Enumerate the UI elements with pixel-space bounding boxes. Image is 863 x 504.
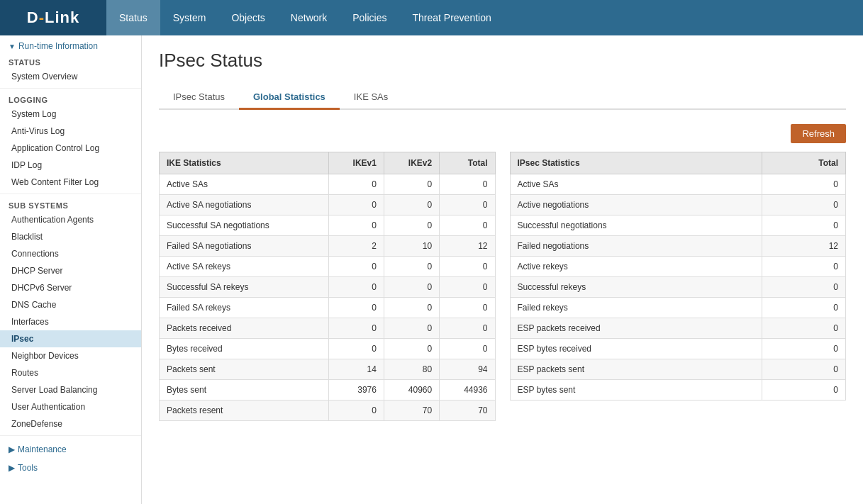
- ike-row-label: Active SA negotiations: [160, 195, 329, 215]
- ike-row-ikev2: 0: [384, 195, 439, 215]
- ike-row-ikev1: 0: [328, 318, 384, 339]
- ike-row-ikev1: 0: [328, 174, 384, 195]
- ipsec-row-label: Failed negotiations: [510, 236, 762, 257]
- ike-row-ikev2: 0: [384, 339, 439, 359]
- ike-row-ikev2: 0: [384, 298, 439, 318]
- ipsec-statistics-table-container: IPsec Statistics Total Active SAs 0 Acti…: [510, 152, 847, 421]
- tab-ike-sas[interactable]: IKE SAs: [340, 86, 402, 110]
- ipsec-row-label: ESP packets sent: [510, 359, 762, 380]
- table-row: Successful rekeys 0: [510, 277, 846, 298]
- ipsec-row-label: ESP packets received: [510, 318, 762, 339]
- table-row: Failed SA rekeys 0 0 0: [160, 298, 496, 318]
- sidebar-tools-section[interactable]: ▶ Tools: [0, 457, 141, 476]
- ike-row-ikev1: 14: [328, 359, 384, 380]
- sidebar-runtime-section[interactable]: ▼ Run-time Information: [0, 35, 141, 54]
- sidebar-item-user-authentication[interactable]: User Authentication: [0, 398, 141, 415]
- ike-row-total: 12: [440, 236, 495, 257]
- ike-col-header-ikev1: IKEv1: [328, 152, 384, 174]
- sidebar-item-system-log[interactable]: System Log: [0, 106, 141, 123]
- ike-statistics-table-container: IKE Statistics IKEv1 IKEv2 Total Active …: [159, 152, 496, 421]
- table-row: Active SA negotiations 0 0 0: [160, 195, 496, 215]
- ike-row-ikev2: 0: [384, 215, 439, 236]
- ike-row-label: Successful SA rekeys: [160, 277, 329, 298]
- ike-row-ikev2: 0: [384, 257, 439, 277]
- ike-statistics-table: IKE Statistics IKEv1 IKEv2 Total Active …: [159, 152, 496, 421]
- table-row: ESP bytes received 0: [510, 339, 846, 359]
- sidebar-item-interfaces[interactable]: Interfaces: [0, 313, 141, 330]
- chevron-right-icon: ▶: [9, 444, 15, 454]
- sidebar-item-dhcp-server[interactable]: DHCP Server: [0, 262, 141, 279]
- tab-global-statistics[interactable]: Global Statistics: [239, 86, 340, 110]
- page-title: IPsec Status: [159, 50, 846, 72]
- sidebar-maintenance-section[interactable]: ▶ Maintenance: [0, 439, 141, 457]
- main-content: IPsec Status IPsec Status Global Statist…: [142, 35, 863, 504]
- ike-row-ikev2: 10: [384, 236, 439, 257]
- ike-col-header-ikev2: IKEv2: [384, 152, 439, 174]
- sidebar-item-app-control-log[interactable]: Application Control Log: [0, 140, 141, 157]
- sidebar-item-antivirus-log[interactable]: Anti-Virus Log: [0, 123, 141, 140]
- sidebar-item-neighbor-devices[interactable]: Neighbor Devices: [0, 347, 141, 364]
- ipsec-row-label: Active negotiations: [510, 195, 762, 215]
- ike-row-ikev1: 0: [328, 277, 384, 298]
- ike-row-label: Active SAs: [160, 174, 329, 195]
- nav-item-objects[interactable]: Objects: [218, 0, 277, 35]
- ike-row-total: 0: [440, 195, 495, 215]
- table-row: Bytes received 0 0 0: [160, 339, 496, 359]
- logo: D-Link: [0, 0, 106, 35]
- sidebar-item-ipsec[interactable]: IPsec: [0, 330, 141, 347]
- ipsec-row-label: Active SAs: [510, 174, 762, 195]
- table-row: Packets sent 14 80 94: [160, 359, 496, 380]
- ike-row-label: Packets received: [160, 318, 329, 339]
- ike-row-ikev2: 70: [384, 401, 439, 421]
- sidebar-item-idp-log[interactable]: IDP Log: [0, 157, 141, 174]
- ike-row-total: 0: [440, 174, 495, 195]
- nav-item-system[interactable]: System: [160, 0, 219, 35]
- sidebar-item-zonedefense[interactable]: ZoneDefense: [0, 415, 141, 432]
- sidebar-item-web-content-filter-log[interactable]: Web Content Filter Log: [0, 174, 141, 191]
- nav-item-network[interactable]: Network: [278, 0, 340, 35]
- ike-row-total: 0: [440, 298, 495, 318]
- ipsec-row-label: ESP bytes sent: [510, 380, 762, 401]
- ipsec-col-header-total: Total: [762, 152, 846, 174]
- ipsec-row-total: 0: [762, 359, 846, 380]
- sidebar-item-server-load-balancing[interactable]: Server Load Balancing: [0, 381, 141, 398]
- table-row: Active SAs 0 0 0: [160, 174, 496, 195]
- nav-item-threat-prevention[interactable]: Threat Prevention: [399, 0, 503, 35]
- sidebar-item-routes[interactable]: Routes: [0, 364, 141, 381]
- sidebar-item-blacklist[interactable]: Blacklist: [0, 228, 141, 245]
- nav-item-status[interactable]: Status: [106, 0, 160, 35]
- ike-row-total: 0: [440, 215, 495, 236]
- sidebar-status-group: STATUS: [0, 54, 141, 68]
- table-row: Failed negotiations 12: [510, 236, 846, 257]
- table-row: Active SA rekeys 0 0 0: [160, 257, 496, 277]
- top-navigation: D-Link Status System Objects Network Pol…: [0, 0, 863, 35]
- sidebar-item-dhcpv6-server[interactable]: DHCPv6 Server: [0, 279, 141, 296]
- tabs: IPsec Status Global Statistics IKE SAs: [159, 86, 846, 110]
- ike-row-ikev2: 0: [384, 174, 439, 195]
- table-row: Packets received 0 0 0: [160, 318, 496, 339]
- sidebar-item-connections[interactable]: Connections: [0, 245, 141, 262]
- ike-row-total: 0: [440, 257, 495, 277]
- refresh-button[interactable]: Refresh: [791, 124, 846, 143]
- ike-row-ikev2: 0: [384, 318, 439, 339]
- ipsec-row-total: 0: [762, 215, 846, 236]
- table-row: Active SAs 0: [510, 174, 846, 195]
- ipsec-statistics-table: IPsec Statistics Total Active SAs 0 Acti…: [510, 152, 847, 401]
- ike-row-total: 0: [440, 339, 495, 359]
- ipsec-row-total: 0: [762, 257, 846, 277]
- chevron-down-icon: ▼: [9, 43, 16, 50]
- divider: [0, 88, 141, 89]
- ike-row-ikev1: 0: [328, 339, 384, 359]
- tab-ipsec-status[interactable]: IPsec Status: [159, 86, 239, 110]
- ipsec-row-total: 0: [762, 380, 846, 401]
- sidebar-subsystems-group: SUB SYSTEMS: [0, 197, 141, 211]
- table-row: ESP packets sent 0: [510, 359, 846, 380]
- ike-row-ikev1: 3976: [328, 380, 384, 401]
- sidebar-item-dns-cache[interactable]: DNS Cache: [0, 296, 141, 313]
- nav-item-policies[interactable]: Policies: [340, 0, 399, 35]
- sidebar-item-system-overview[interactable]: System Overview: [0, 68, 141, 85]
- sidebar-item-auth-agents[interactable]: Authentication Agents: [0, 211, 141, 228]
- ike-row-total: 94: [440, 359, 495, 380]
- table-row: Failed rekeys 0: [510, 298, 846, 318]
- table-row: Active negotiations 0: [510, 195, 846, 215]
